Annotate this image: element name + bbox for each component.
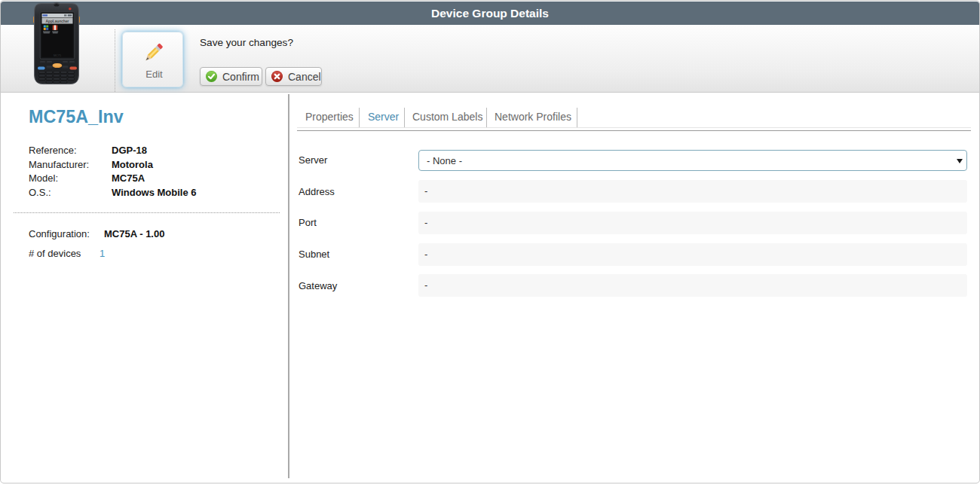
svg-text:AppLauncher: AppLauncher [46, 20, 69, 23]
svg-text:MC75: MC75 [54, 54, 61, 57]
